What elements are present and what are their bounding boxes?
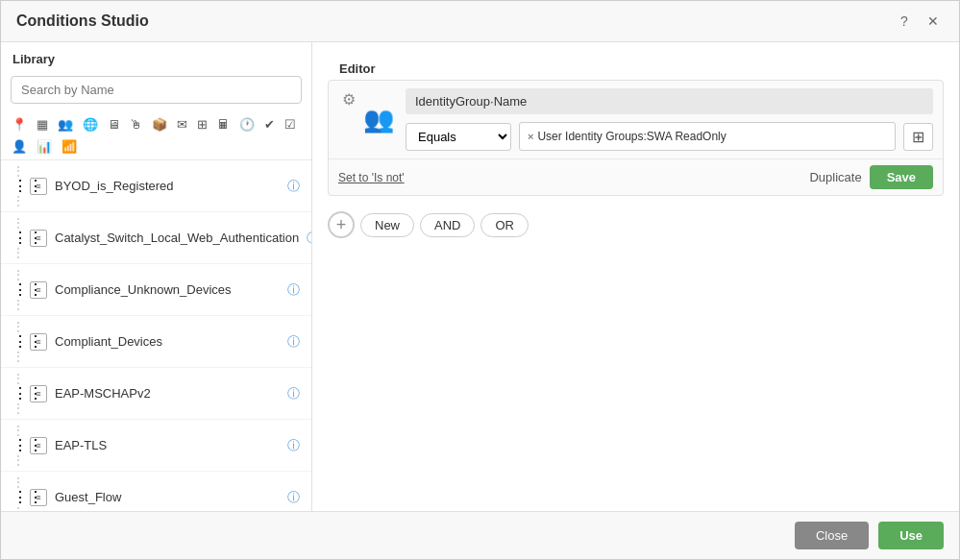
toolbar-wifi-icon[interactable]: 📶 — [59, 137, 80, 156]
info-icon[interactable]: ⓘ — [287, 333, 300, 351]
item-name: BYOD_is_Registered — [55, 179, 280, 193]
use-button[interactable]: Use — [878, 522, 944, 549]
search-input[interactable] — [11, 76, 302, 104]
condition-settings-icon[interactable]: ⚙ — [342, 90, 356, 109]
dialog-body: Library 📍 ▦ 👥 🌐 🖥 🖱 📦 ✉ ⊞ 🖩 🕐 ✔ ☑ 👤 📊 📶 — [1, 42, 959, 511]
toolbar-group-icon[interactable]: 👥 — [55, 115, 76, 134]
toolbar-pin-icon[interactable]: 📍 — [9, 115, 30, 134]
save-button[interactable]: Save — [870, 165, 933, 189]
grid-selector-button[interactable]: ⊞ — [903, 123, 933, 151]
condition-name-field: IdentityGroup·Name — [406, 88, 933, 114]
item-name: EAP-MSCHAPv2 — [55, 386, 280, 401]
and-button[interactable]: AND — [420, 213, 475, 237]
item-name: Compliance_Unknown_Devices — [55, 282, 280, 297]
list-item[interactable]: ⋮⋮ ≡ Catalyst_Switch_Local_Web_Authentic… — [1, 212, 311, 264]
drag-handle: ⋮⋮ — [12, 478, 20, 511]
drag-handle: ⋮⋮ — [12, 323, 20, 360]
item-type-icon: ≡ — [30, 385, 47, 402]
condition-bottom: Set to 'Is not' Duplicate Save — [329, 158, 943, 195]
toolbar-check2-icon[interactable]: ☑ — [282, 115, 299, 134]
info-icon[interactable]: ⓘ — [287, 178, 300, 195]
drag-handle: ⋮⋮ — [12, 426, 20, 464]
toolbar-calc-icon[interactable]: 🖩 — [214, 115, 233, 134]
toolbar-grid-icon[interactable]: ▦ — [34, 115, 51, 134]
toolbar-mail-icon[interactable]: ✉ — [174, 115, 190, 134]
drag-handle: ⋮⋮ — [12, 375, 20, 412]
list-item[interactable]: ⋮⋮ ≡ EAP-TLS ⓘ — [1, 420, 311, 472]
toolbar-user-icon[interactable]: 👤 — [9, 137, 30, 156]
header-icons: ? ✕ — [894, 11, 944, 32]
new-condition-button[interactable]: New — [360, 213, 414, 237]
info-icon[interactable]: ⓘ — [307, 230, 311, 247]
library-list: ⋮⋮ ≡ BYOD_is_Registered ⓘ ⋮⋮ ≡ Catalyst_… — [1, 160, 311, 511]
toolbar-table-icon[interactable]: ⊞ — [194, 115, 210, 134]
library-panel: Library 📍 ▦ 👥 🌐 🖥 🖱 📦 ✉ ⊞ 🖩 🕐 ✔ ☑ 👤 📊 📶 — [1, 42, 312, 511]
add-condition-button[interactable]: + — [328, 211, 355, 238]
drag-handle: ⋮⋮ — [12, 219, 20, 256]
toolbar-clock-icon[interactable]: 🕐 — [236, 115, 258, 134]
toolbar-monitor-icon[interactable]: 🖥 — [105, 115, 123, 134]
list-item[interactable]: ⋮⋮ ≡ BYOD_is_Registered ⓘ — [1, 160, 311, 212]
toolbar-desktop-icon[interactable]: 🖱 — [127, 115, 145, 134]
is-not-button[interactable]: Set to 'Is not' — [338, 171, 405, 184]
toolbar-bar-icon[interactable]: 📊 — [34, 137, 55, 156]
add-condition-row: + New AND OR — [328, 211, 944, 238]
condition-bottom-right: Duplicate Save — [809, 165, 933, 189]
close-dialog-button[interactable]: ✕ — [923, 11, 944, 32]
operator-select[interactable]: Equals Not Equals In Not In — [406, 123, 511, 151]
drag-handle: ⋮⋮ — [12, 167, 20, 205]
help-button[interactable]: ? — [894, 11, 915, 32]
user-group-icon: 👥 — [363, 105, 394, 134]
list-item[interactable]: ⋮⋮ ≡ Compliant_Devices ⓘ — [1, 316, 311, 368]
toolbar-box-icon[interactable]: 📦 — [149, 115, 170, 134]
tag-label: User Identity Groups:SWA ReadOnly — [537, 130, 726, 143]
info-icon[interactable]: ⓘ — [287, 489, 300, 506]
item-type-icon: ≡ — [30, 333, 47, 351]
list-item[interactable]: ⋮⋮ ≡ EAP-MSCHAPv2 ⓘ — [1, 368, 311, 420]
condition-row2: Equals Not Equals In Not In × User Ident… — [406, 122, 933, 151]
toolbar-globe-icon[interactable]: 🌐 — [80, 115, 101, 134]
tag-input-area[interactable]: × User Identity Groups:SWA ReadOnly — [519, 122, 896, 151]
tag-item: × User Identity Groups:SWA ReadOnly — [528, 130, 726, 143]
condition-fields: IdentityGroup·Name Equals Not Equals In … — [406, 88, 933, 151]
dialog-footer: Close Use — [1, 511, 959, 559]
item-type-icon: ≡ — [30, 489, 47, 506]
item-type-icon: ≡ — [30, 178, 47, 195]
icon-toolbar: 📍 ▦ 👥 🌐 🖥 🖱 📦 ✉ ⊞ 🖩 🕐 ✔ ☑ 👤 📊 📶 — [1, 111, 311, 160]
item-type-icon: ≡ — [30, 437, 47, 454]
or-button[interactable]: OR — [480, 213, 529, 237]
list-item[interactable]: ⋮⋮ ≡ Compliance_Unknown_Devices ⓘ — [1, 264, 311, 316]
duplicate-button[interactable]: Duplicate — [809, 170, 861, 184]
info-icon[interactable]: ⓘ — [287, 437, 300, 454]
condition-card: ⚙ 👥 IdentityGroup·Name Equals Not Equals… — [328, 80, 944, 196]
item-name: Catalyst_Switch_Local_Web_Authentication — [55, 231, 299, 245]
editor-panel: Editor ⚙ 👥 IdentityGroup·Name Equals — [312, 42, 959, 511]
item-name: Guest_Flow — [55, 490, 280, 504]
drag-handle: ⋮⋮ — [12, 271, 20, 308]
item-name: Compliant_Devices — [55, 334, 280, 349]
list-item[interactable]: ⋮⋮ ≡ Guest_Flow ⓘ — [1, 472, 311, 511]
library-label: Library — [1, 42, 311, 70]
editor-label: Editor — [328, 52, 944, 80]
dialog-title: Conditions Studio — [16, 12, 149, 30]
close-button[interactable]: Close — [795, 522, 869, 549]
condition-top: ⚙ 👥 IdentityGroup·Name Equals Not Equals… — [329, 81, 943, 158]
tag-remove-button[interactable]: × — [528, 131, 533, 142]
item-type-icon: ≡ — [30, 281, 47, 299]
info-icon[interactable]: ⓘ — [287, 281, 300, 299]
item-type-icon: ≡ — [30, 230, 47, 247]
dialog-header: Conditions Studio ? ✕ — [1, 1, 959, 42]
info-icon[interactable]: ⓘ — [287, 385, 300, 402]
conditions-studio-dialog: Conditions Studio ? ✕ Library 📍 ▦ 👥 🌐 🖥 … — [0, 0, 960, 560]
toolbar-check-icon[interactable]: ✔ — [261, 115, 278, 134]
item-name: EAP-TLS — [55, 438, 280, 452]
